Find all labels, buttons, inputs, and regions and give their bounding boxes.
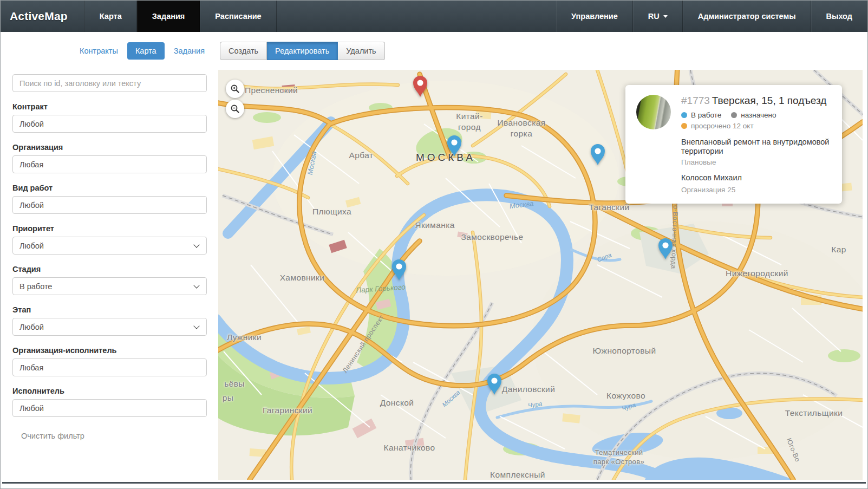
- filter-organization: Организация: [12, 143, 207, 173]
- filter-label: Исполнитель: [12, 387, 207, 395]
- pin-icon: [590, 143, 606, 166]
- map-pin[interactable]: [391, 258, 407, 281]
- delete-button[interactable]: Удалить: [338, 42, 384, 60]
- pin-icon: [486, 373, 502, 395]
- app-window: ActiveMap Карта Задания Расписание Управ…: [0, 0, 868, 489]
- filter-label: Организация: [12, 143, 207, 152]
- step-select[interactable]: Любой: [12, 318, 207, 336]
- task-assignee: Колосов Михаил: [681, 173, 831, 182]
- filter-sidebar: Контракт Организация Вид работ Приоритет…: [1, 70, 218, 480]
- filter-label: Организация-исполнитель: [12, 346, 207, 355]
- task-title[interactable]: #1773Тверская, 15, 1 подъезд: [681, 95, 831, 107]
- filter-label: Вид работ: [12, 184, 207, 192]
- organization-input[interactable]: [12, 155, 207, 173]
- nav-item-language[interactable]: RU: [633, 1, 683, 32]
- view-switch: Контракты Карта Задания: [1, 42, 218, 60]
- view-link-contracts[interactable]: Контракты: [80, 47, 118, 55]
- nav-tab-tasks[interactable]: Задания: [137, 1, 200, 32]
- status-dot: [681, 123, 687, 129]
- pin-icon: [446, 134, 462, 157]
- nav-item-logout[interactable]: Выход: [811, 1, 867, 32]
- filter-label: Этап: [12, 305, 207, 314]
- map-pin[interactable]: [412, 75, 428, 97]
- filter-executor-organization: Организация-исполнитель: [12, 346, 207, 376]
- task-category: Плановые: [681, 158, 831, 166]
- chevron-down-icon: [193, 242, 199, 247]
- zoom-in-icon: [230, 84, 240, 94]
- filter-contract: Контракт: [12, 102, 207, 133]
- search-input[interactable]: [12, 74, 207, 92]
- create-button[interactable]: Создать: [220, 42, 267, 60]
- map-canvas[interactable]: Пресненский Китай- город Ивановская горк…: [218, 70, 863, 480]
- priority-select[interactable]: Любой: [12, 237, 207, 255]
- status-badge: назначено: [731, 111, 776, 119]
- view-button-map[interactable]: Карта: [127, 42, 165, 60]
- work-type-input[interactable]: [12, 196, 207, 214]
- filter-label: Приоритет: [12, 224, 207, 233]
- pin-icon: [657, 237, 674, 260]
- filter-label: Стадия: [12, 265, 207, 273]
- map-pin[interactable]: [446, 134, 462, 157]
- nav-item-user[interactable]: Администратор системы: [683, 1, 811, 32]
- filter-executor: Исполнитель: [12, 387, 207, 417]
- contract-input[interactable]: [12, 115, 207, 133]
- status-row: просрочено 12 окт: [681, 122, 831, 130]
- map-pin[interactable]: [590, 143, 606, 166]
- zoom-out-button[interactable]: [226, 100, 244, 118]
- status-label: В работе: [691, 111, 721, 119]
- language-label: RU: [648, 12, 660, 21]
- stage-select[interactable]: В работе: [12, 277, 207, 295]
- secondary-toolbar: Контракты Карта Задания Создать Редактир…: [1, 32, 867, 70]
- chevron-down-icon: [193, 282, 199, 288]
- chevron-down-icon: [663, 15, 668, 18]
- nav-tab-map[interactable]: Карта: [84, 1, 137, 32]
- status-dot: [681, 112, 687, 118]
- pin-icon: [391, 258, 407, 281]
- filter-step: Этап Любой: [12, 305, 207, 336]
- app-logo[interactable]: ActiveMap: [1, 1, 84, 32]
- select-value: Любой: [19, 242, 44, 250]
- map-pin[interactable]: [486, 373, 502, 395]
- status-label: просрочено 12 окт: [691, 122, 754, 130]
- nav-tab-schedule[interactable]: Расписание: [200, 1, 276, 32]
- top-navbar: ActiveMap Карта Задания Расписание Управ…: [1, 1, 867, 32]
- map-pin[interactable]: [657, 237, 674, 260]
- zoom-out-icon: [230, 104, 240, 114]
- task-id: #1773: [681, 95, 710, 106]
- select-value: В работе: [19, 282, 52, 291]
- task-popup: #1773Тверская, 15, 1 подъезд В работе на…: [625, 85, 842, 204]
- filter-label: Контракт: [12, 102, 207, 111]
- window-bottom-frame: [2, 482, 866, 484]
- task-organization: Организация 25: [681, 186, 831, 194]
- status-row: В работе назначено: [681, 111, 831, 119]
- status-dot: [731, 112, 737, 118]
- edit-button[interactable]: Редактировать: [267, 42, 338, 60]
- task-photo: [636, 95, 671, 129]
- select-value: Любой: [19, 323, 44, 331]
- map-city-label: МОСКВА: [416, 152, 475, 164]
- status-badge: В работе: [681, 111, 721, 119]
- nav-spacer: [277, 1, 556, 32]
- chevron-down-icon: [193, 323, 199, 329]
- task-address: Тверская, 15, 1 подъезд: [712, 95, 826, 106]
- view-link-tasks[interactable]: Задания: [174, 47, 205, 55]
- status-badge: просрочено 12 окт: [681, 122, 754, 130]
- pin-icon: [412, 75, 428, 97]
- executor-input[interactable]: [12, 399, 207, 417]
- zoom-in-button[interactable]: [226, 80, 244, 98]
- action-button-group: Создать Редактировать Удалить: [220, 42, 385, 60]
- status-label: назначено: [741, 111, 776, 119]
- executor-organization-input[interactable]: [12, 358, 207, 376]
- filter-work-type: Вид работ: [12, 184, 207, 214]
- filter-stage: Стадия В работе: [12, 265, 207, 295]
- task-description: Внеплановый ремонт на внутридомовой терр…: [681, 138, 831, 157]
- filter-priority: Приоритет Любой: [12, 224, 207, 255]
- nav-item-management[interactable]: Управление: [556, 1, 633, 32]
- clear-filter-link[interactable]: Очистить фильтр: [21, 432, 84, 440]
- task-popup-body: #1773Тверская, 15, 1 подъезд В работе на…: [681, 95, 831, 194]
